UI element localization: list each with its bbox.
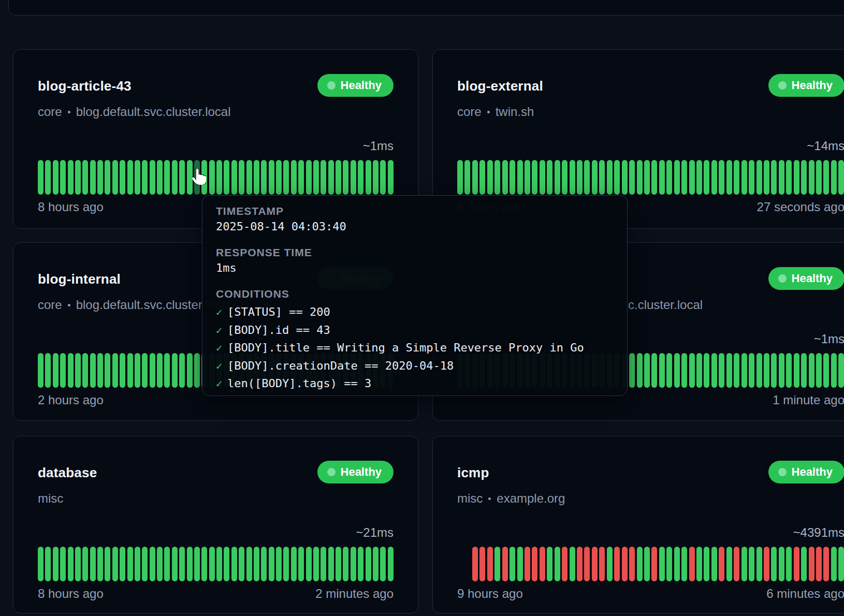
uptime-bar[interactable] <box>172 160 178 195</box>
uptime-bar[interactable] <box>741 160 747 195</box>
uptime-bar[interactable] <box>343 160 348 195</box>
uptime-bar[interactable] <box>254 547 259 581</box>
uptime-bar[interactable] <box>68 353 74 388</box>
uptime-bar[interactable] <box>336 547 341 581</box>
uptime-bar[interactable] <box>555 547 560 581</box>
uptime-bar[interactable] <box>823 160 829 195</box>
uptime-bar[interactable] <box>711 547 717 581</box>
uptime-bar[interactable] <box>209 547 215 581</box>
uptime-bar[interactable] <box>779 160 784 195</box>
uptime-bar[interactable] <box>831 160 837 195</box>
uptime-bar[interactable] <box>816 547 822 581</box>
uptime-bar[interactable] <box>666 547 672 581</box>
uptime-bar[interactable] <box>194 160 200 195</box>
uptime-bar[interactable] <box>629 547 635 581</box>
uptime-bar[interactable] <box>659 353 665 388</box>
uptime-bar[interactable] <box>112 547 118 581</box>
uptime-bar[interactable] <box>510 547 515 581</box>
uptime-bar[interactable] <box>269 160 274 195</box>
uptime-bar[interactable] <box>794 547 799 581</box>
uptime-bar[interactable] <box>164 547 170 581</box>
uptime-bars[interactable] <box>38 160 394 195</box>
uptime-bar[interactable] <box>53 353 59 388</box>
uptime-bar[interactable] <box>172 353 178 388</box>
uptime-bar[interactable] <box>120 160 125 195</box>
uptime-bar[interactable] <box>532 547 537 581</box>
uptime-bar[interactable] <box>179 160 185 195</box>
uptime-bar[interactable] <box>681 353 687 388</box>
uptime-bar[interactable] <box>599 547 605 581</box>
uptime-bar[interactable] <box>38 160 43 195</box>
uptime-bar[interactable] <box>794 353 799 388</box>
uptime-bar[interactable] <box>135 353 140 388</box>
uptime-bar[interactable] <box>734 547 739 581</box>
uptime-bar[interactable] <box>599 160 605 195</box>
uptime-bar[interactable] <box>45 547 51 581</box>
uptime-bar[interactable] <box>90 353 96 388</box>
uptime-bar[interactable] <box>472 160 478 195</box>
uptime-bar[interactable] <box>246 160 252 195</box>
uptime-bar[interactable] <box>209 160 215 195</box>
uptime-bar[interactable] <box>164 160 170 195</box>
uptime-bar[interactable] <box>547 160 552 195</box>
uptime-bar[interactable] <box>719 160 724 195</box>
uptime-bar[interactable] <box>187 547 193 581</box>
uptime-bar[interactable] <box>68 547 74 581</box>
uptime-bar[interactable] <box>179 353 185 388</box>
uptime-bar[interactable] <box>142 353 148 388</box>
uptime-bar[interactable] <box>216 547 222 581</box>
uptime-bar[interactable] <box>373 160 379 195</box>
uptime-bar[interactable] <box>689 547 695 581</box>
uptime-bar[interactable] <box>358 547 363 581</box>
uptime-bar[interactable] <box>494 547 500 581</box>
uptime-bar[interactable] <box>577 160 583 195</box>
uptime-bar[interactable] <box>651 160 657 195</box>
uptime-bar[interactable] <box>764 353 769 388</box>
uptime-bar[interactable] <box>75 160 81 195</box>
uptime-bar[interactable] <box>637 160 643 195</box>
uptime-bar[interactable] <box>607 547 613 581</box>
uptime-bar[interactable] <box>734 160 739 195</box>
uptime-bar[interactable] <box>674 547 680 581</box>
uptime-bar[interactable] <box>555 160 560 195</box>
uptime-bar[interactable] <box>172 547 178 581</box>
uptime-bar[interactable] <box>823 353 829 388</box>
uptime-bar[interactable] <box>135 160 140 195</box>
uptime-bar[interactable] <box>464 160 470 195</box>
uptime-bar[interactable] <box>502 160 508 195</box>
uptime-bar[interactable] <box>562 160 567 195</box>
uptime-bar[interactable] <box>328 160 334 195</box>
uptime-bar[interactable] <box>494 160 500 195</box>
uptime-bar[interactable] <box>336 160 341 195</box>
uptime-bar[interactable] <box>749 547 754 581</box>
uptime-bar[interactable] <box>704 160 709 195</box>
uptime-bar[interactable] <box>749 160 754 195</box>
uptime-bar[interactable] <box>779 353 784 388</box>
uptime-bar[interactable] <box>97 353 103 388</box>
uptime-bar[interactable] <box>614 160 620 195</box>
uptime-bar[interactable] <box>157 353 163 388</box>
uptime-bar[interactable] <box>298 160 304 195</box>
uptime-bar[interactable] <box>464 547 470 581</box>
uptime-bar[interactable] <box>82 353 88 388</box>
uptime-bar[interactable] <box>239 160 244 195</box>
uptime-bar[interactable] <box>726 160 732 195</box>
uptime-bar[interactable] <box>187 353 193 388</box>
uptime-bar[interactable] <box>674 160 680 195</box>
uptime-bar[interactable] <box>373 547 379 581</box>
uptime-bar[interactable] <box>105 353 110 388</box>
uptime-bar[interactable] <box>756 160 762 195</box>
uptime-bar[interactable] <box>741 547 747 581</box>
uptime-bar[interactable] <box>629 160 635 195</box>
uptime-bar[interactable] <box>809 547 814 581</box>
uptime-bar[interactable] <box>517 160 523 195</box>
uptime-bar[interactable] <box>584 160 590 195</box>
uptime-bar[interactable] <box>666 353 672 388</box>
uptime-bar[interactable] <box>97 547 103 581</box>
uptime-bar[interactable] <box>689 160 695 195</box>
uptime-bar[interactable] <box>313 160 319 195</box>
uptime-bar[interactable] <box>570 547 575 581</box>
uptime-bar[interactable] <box>127 353 133 388</box>
uptime-bar[interactable] <box>246 547 252 581</box>
uptime-bar[interactable] <box>68 160 74 195</box>
